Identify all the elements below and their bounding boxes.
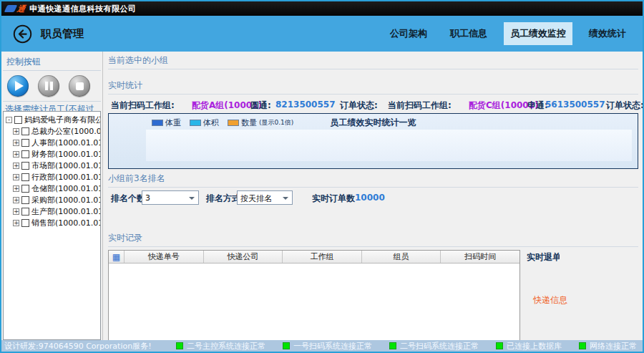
page-header: 职员管理 公司架构 职工信息 员工绩效监控 绩效统计 [1, 16, 643, 52]
tree-item[interactable]: + 市场部(1000.01.01.04) [13, 160, 100, 171]
legend-label: 体重 [165, 117, 181, 128]
stop-icon [76, 82, 84, 90]
legend-item-volume: 体积 [190, 117, 219, 128]
selected-group-label: 当前选中的小组 [108, 54, 638, 69]
count-swatch-icon [228, 120, 239, 126]
checkbox[interactable] [21, 219, 29, 227]
tree-item-label: 销售部(1000.01.01.09) [31, 218, 100, 228]
table-selector-cell[interactable]: ▦ [109, 251, 125, 263]
control-buttons [1, 71, 102, 101]
expand-icon[interactable]: + [13, 197, 19, 203]
green-indicator-icon [496, 342, 503, 349]
expand-icon[interactable]: + [13, 208, 19, 215]
status-indicators: 二号主控系统连接正常 一号扫码系统连接正常 二号扫码系统连接正常 已连接上数据库… [176, 341, 637, 352]
chart-plot-area [146, 130, 632, 161]
stop-button[interactable] [69, 75, 90, 97]
status-item: 二号主控系统连接正常 [176, 341, 265, 352]
rank-mode-select[interactable]: 按天排名 [237, 190, 293, 205]
pause-button[interactable] [38, 75, 59, 97]
expand-icon[interactable]: + [13, 140, 19, 146]
realtime-orders-value: 10000 [355, 193, 385, 203]
tree-item-label: 总裁办公室(1000.01.01.01) [31, 126, 100, 137]
tree-item[interactable]: + 采购部(1000.01.01.07) [13, 194, 100, 205]
tree-item-label: 仓储部(1000.01.01.06) [31, 183, 100, 194]
expand-icon[interactable]: + [13, 128, 19, 135]
status-item-label: 已连接上数据库 [507, 341, 562, 352]
checkbox[interactable] [14, 116, 22, 124]
legend-label: 体积 [203, 117, 219, 128]
records-area: ▦ 快递单号 快递公司 工作组 组员 扫码时间 实时退单 快递信息 [108, 250, 638, 344]
tree-root[interactable]: - 妈妈爱电子商务有限公司 [6, 114, 100, 125]
col-scan-time[interactable]: 扫码时间 [441, 251, 519, 263]
tree-item[interactable]: + 行政部(1000.01.01.05) [13, 171, 100, 183]
expand-icon[interactable]: + [13, 174, 19, 180]
checkbox[interactable] [21, 208, 29, 216]
expand-icon[interactable]: + [13, 220, 19, 226]
records-table-header: ▦ 快递单号 快递公司 工作组 组员 扫码时间 [109, 251, 519, 263]
expand-icon[interactable]: + [13, 185, 19, 192]
checkbox[interactable] [21, 127, 29, 135]
col-work-group[interactable]: 工作组 [283, 251, 362, 263]
logo-shape [4, 5, 18, 12]
window-title: 申通快递通信息科技有限公司 [29, 4, 137, 14]
titlebar: 通 申通快递通信息科技有限公司 [1, 1, 643, 16]
green-indicator-icon [579, 342, 586, 349]
top-nav: 公司架构 职工信息 员工绩效监控 绩效统计 [384, 16, 633, 52]
tree-item[interactable]: + 生产部(1000.01.01.08) [13, 205, 100, 217]
green-indicator-icon [176, 342, 183, 349]
tab-performance-stats[interactable]: 绩效统计 [582, 22, 633, 45]
col-member[interactable]: 组员 [362, 251, 441, 263]
scan-group2-label: 当前扫码工作组: [388, 100, 452, 112]
app-logo-icon: 通 [6, 4, 25, 14]
legend-item-weight: 体重 [152, 117, 181, 128]
app-window: 通 申通快递通信息科技有限公司 职员管理 公司架构 职工信息 员工绩效监控 绩效… [0, 0, 644, 353]
expand-icon[interactable]: + [13, 151, 19, 158]
green-indicator-icon [389, 342, 396, 349]
courier1-number: 8213500557 [275, 100, 336, 110]
performance-chart: 员工绩效实时统计一览 体重 体积 数量 (显示0.1倍) [108, 113, 638, 169]
checkbox[interactable] [21, 162, 29, 170]
play-icon [15, 81, 24, 91]
order-status2-label: 订单状态: [606, 100, 644, 112]
status-item: 网络连接正常 [579, 341, 637, 352]
checkbox[interactable] [21, 185, 29, 193]
chart-legend: 体重 体积 数量 (显示0.1倍) [152, 117, 293, 128]
col-tracking-number[interactable]: 快递单号 [125, 251, 204, 263]
records-right-panel: 实时退单 快递信息 [520, 250, 638, 344]
tree-item-label: 财务部(1000.01.01.03) [31, 149, 100, 160]
checkbox[interactable] [21, 196, 29, 204]
staff-tree: - 妈妈爱电子商务有限公司 + 总裁办公室(1000.01.01.01) + 人… [3, 111, 101, 340]
rank-count-select[interactable]: 3 [142, 190, 199, 205]
tree-item[interactable]: + 人事部(1000.01.01.02) [13, 137, 100, 148]
tab-company-structure[interactable]: 公司架构 [384, 22, 434, 45]
tree-item-label: 生产部(1000.01.01.08) [31, 206, 100, 217]
tab-staff-info[interactable]: 职工信息 [444, 22, 494, 45]
tab-performance-monitor[interactable]: 员工绩效监控 [504, 22, 572, 45]
logo-accent-text: 通 [16, 4, 26, 14]
checkbox[interactable] [21, 173, 29, 181]
checkbox[interactable] [21, 150, 29, 158]
play-button[interactable] [7, 75, 29, 97]
back-button[interactable] [13, 24, 32, 44]
tree-item-label: 采购部(1000.01.01.07) [31, 195, 100, 205]
realtime-refund-label: 实时退单 [527, 251, 560, 263]
volume-swatch-icon [190, 120, 201, 126]
realtime-stats-label: 实时统计 [108, 79, 638, 94]
status-item-label: 二号主控系统连接正常 [187, 341, 265, 352]
tree-item[interactable]: + 销售部(1000.01.01.09) [13, 217, 100, 228]
checkbox[interactable] [21, 139, 29, 147]
page-title: 职员管理 [41, 27, 84, 41]
tree-item-label: 人事部(1000.01.01.02) [31, 137, 100, 148]
col-express-company[interactable]: 快递公司 [204, 251, 283, 263]
tree-item[interactable]: + 财务部(1000.01.01.03) [13, 148, 100, 160]
tree-item[interactable]: + 总裁办公室(1000.01.01.01) [13, 125, 100, 137]
legend-item-count: 数量 (显示0.1倍) [228, 117, 293, 128]
records-table[interactable]: ▦ 快递单号 快递公司 工作组 组员 扫码时间 [108, 250, 520, 344]
collapse-icon[interactable]: - [6, 117, 12, 123]
legend-note: (显示0.1倍) [259, 118, 293, 127]
tree-item-label: 市场部(1000.01.01.04) [31, 160, 100, 171]
pause-icon [45, 82, 48, 90]
expand-icon[interactable]: + [13, 163, 19, 169]
realtime-orders-label: 实时订单数 [312, 193, 355, 205]
tree-item[interactable]: + 仓储部(1000.01.01.06) [13, 183, 100, 194]
